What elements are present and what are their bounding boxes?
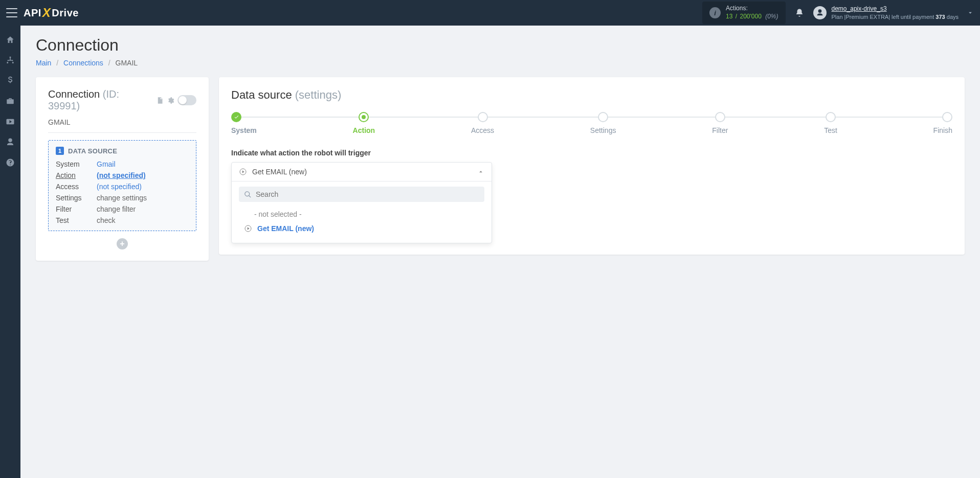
connection-subtitle: GMAIL xyxy=(48,114,196,133)
user-name: demo_apix-drive_s3 xyxy=(832,5,959,13)
user-menu[interactable]: demo_apix-drive_s3 Plan |Premium EXTRA| … xyxy=(813,5,974,20)
connection-toggle[interactable] xyxy=(177,95,196,105)
dropdown-option-get-email[interactable]: Get EMAIL (new) xyxy=(239,221,484,236)
sidebar-item-account[interactable] xyxy=(0,133,20,151)
svg-marker-1 xyxy=(242,170,244,173)
sidebar-item-home[interactable] xyxy=(0,31,20,49)
breadcrumb-current: GMAIL xyxy=(116,59,138,67)
row-filter-value: change filter xyxy=(97,205,189,213)
data-source-settings-card: Data source (settings) System Action Acc… xyxy=(219,77,965,255)
svg-marker-3 xyxy=(248,227,250,230)
user-plan: Plan |Premium EXTRA| left until payment … xyxy=(832,13,959,20)
page-title: Connection xyxy=(36,36,965,55)
breadcrumb-main[interactable]: Main xyxy=(36,59,51,67)
row-action-value[interactable]: (not specified) xyxy=(97,171,146,179)
row-action-key: Action xyxy=(56,171,97,179)
row-test-key: Test xyxy=(56,216,97,224)
right-card-title: Data source (settings) xyxy=(231,88,952,102)
step-action[interactable]: Action xyxy=(353,112,375,134)
data-source-box[interactable]: 1 DATA SOURCE System Gmail Action (not s… xyxy=(48,140,196,231)
action-field-label: Indicate what action the robot will trig… xyxy=(231,149,952,157)
action-dropdown: Get EMAIL (new) - not selected - Get EMA… xyxy=(231,162,492,243)
actions-label: Actions: xyxy=(726,5,778,13)
actions-used: 13 xyxy=(726,13,732,20)
step-test[interactable]: Test xyxy=(824,112,837,134)
sidebar-item-help[interactable] xyxy=(0,153,20,172)
chevron-up-icon xyxy=(477,168,484,175)
row-system-value[interactable]: Gmail xyxy=(97,160,116,168)
dropdown-search-input[interactable] xyxy=(256,190,479,198)
notifications-icon[interactable] xyxy=(795,8,804,17)
row-system-key: System xyxy=(56,160,97,168)
actions-percent: (0%) xyxy=(765,13,778,20)
gear-icon[interactable] xyxy=(167,97,174,104)
play-icon xyxy=(239,168,247,176)
row-access-value[interactable]: (not specified) xyxy=(97,183,142,191)
dropdown-header[interactable]: Get EMAIL (new) xyxy=(232,163,492,181)
dropdown-selected: Get EMAIL (new) xyxy=(252,168,472,176)
data-source-badge: 1 xyxy=(56,147,64,155)
row-filter-key: Filter xyxy=(56,205,97,213)
row-settings-key: Settings xyxy=(56,194,97,202)
actions-total: 200'000 xyxy=(740,13,761,20)
logo-part-api: API xyxy=(24,7,41,19)
add-data-source-button[interactable]: + xyxy=(117,238,128,249)
step-filter[interactable]: Filter xyxy=(712,112,728,134)
logo-part-x: X xyxy=(42,6,51,20)
step-access[interactable]: Access xyxy=(471,112,494,134)
sidebar-item-business[interactable] xyxy=(0,92,20,110)
avatar-icon xyxy=(813,6,827,19)
connection-card: Connection (ID: 39991) GMAIL 1 DATA SOUR… xyxy=(36,77,209,261)
logo[interactable]: API X Drive xyxy=(24,6,79,20)
sidebar-item-billing[interactable] xyxy=(0,72,20,90)
step-settings[interactable]: Settings xyxy=(590,112,616,134)
actions-counter[interactable]: i Actions: 13 / 200'000 (0%) xyxy=(702,2,785,24)
content: Connection Main / Connections / GMAIL Co… xyxy=(20,26,980,478)
dropdown-option-none[interactable]: - not selected - xyxy=(239,207,484,221)
sidebar xyxy=(0,26,20,478)
play-icon xyxy=(244,224,252,233)
stepper: System Action Access Settings Filter xyxy=(231,112,952,134)
row-settings-value: change settings xyxy=(97,194,189,202)
chevron-down-icon xyxy=(967,9,974,16)
breadcrumb-connections[interactable]: Connections xyxy=(63,59,103,67)
breadcrumb: Main / Connections / GMAIL xyxy=(36,59,965,67)
connection-title: Connection (ID: 39991) xyxy=(48,88,152,112)
step-finish[interactable]: Finish xyxy=(933,112,952,134)
logo-part-drive: Drive xyxy=(52,7,79,19)
data-source-title: DATA SOURCE xyxy=(68,147,117,155)
sidebar-item-connections[interactable] xyxy=(0,51,20,70)
row-access-key: Access xyxy=(56,183,97,191)
sidebar-item-video[interactable] xyxy=(0,112,20,131)
info-icon: i xyxy=(709,7,721,18)
menu-toggle-button[interactable] xyxy=(6,8,17,17)
row-test-value: check xyxy=(97,216,189,224)
topbar: API X Drive i Actions: 13 / 200'000 (0%)… xyxy=(0,0,980,26)
document-icon[interactable] xyxy=(156,97,164,104)
search-icon xyxy=(244,191,252,198)
step-system[interactable]: System xyxy=(231,112,257,134)
dropdown-search[interactable] xyxy=(239,187,484,202)
